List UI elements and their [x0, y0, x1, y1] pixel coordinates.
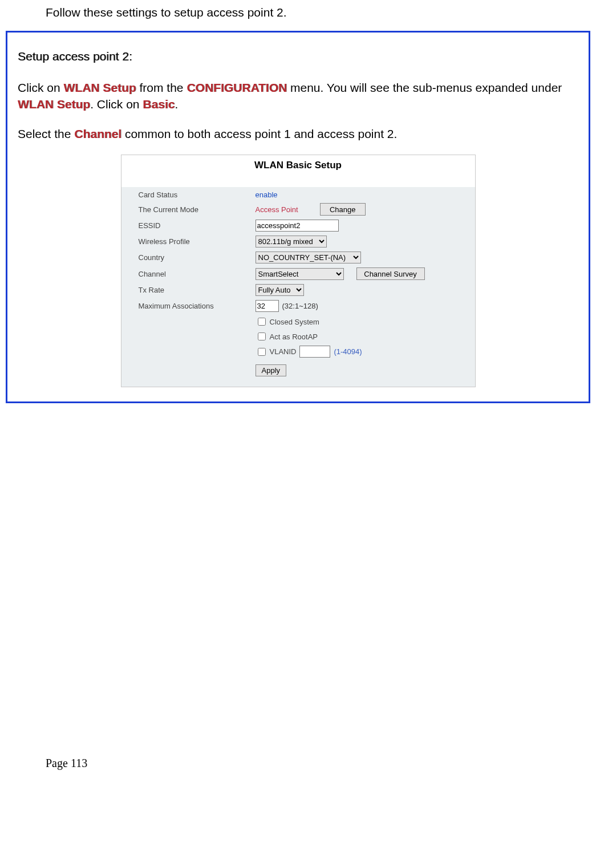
max-assoc-hint: (32:1~128) [282, 302, 318, 310]
channel-select[interactable]: SmartSelect [256, 268, 344, 280]
label-essid: ESSID [139, 221, 256, 230]
row-act-as-rootap: Act as RootAP [256, 331, 464, 342]
tx-rate-select[interactable]: Fully Auto [256, 284, 304, 296]
act-as-rootap-checkbox[interactable] [258, 332, 266, 340]
vlanid-input[interactable] [299, 346, 330, 358]
text-segment: from the [136, 81, 187, 94]
text-segment: . [175, 98, 178, 111]
label-country: Country [139, 253, 256, 262]
section-heading: Setup access point 2: [18, 50, 578, 63]
label-vlanid: VLANID [270, 347, 297, 356]
country-select[interactable]: NO_COUNTRY_SET-(NA) [256, 252, 361, 263]
apply-button[interactable]: Apply [256, 364, 287, 376]
row-closed-system: Closed System [256, 316, 464, 327]
row-country: Country NO_COUNTRY_SET-(NA) [139, 252, 464, 263]
vlanid-hint: (1-4094) [334, 347, 362, 356]
label-closed-system: Closed System [270, 318, 319, 326]
text-segment: Select the [18, 127, 74, 140]
value-card-status: enable [256, 190, 278, 199]
text-segment: common to both access point 1 and access… [121, 127, 397, 140]
wlan-basic-setup-panel: WLAN Basic Setup Card Status enable The … [121, 155, 476, 387]
max-assoc-input[interactable] [256, 300, 279, 312]
text-segment: Click on [18, 81, 64, 94]
row-essid: ESSID [139, 220, 464, 232]
highlight-channel: Channel [74, 127, 121, 140]
row-current-mode: The Current Mode Access Point Change [139, 203, 464, 216]
channel-survey-button[interactable]: Channel Survey [356, 267, 425, 280]
label-channel: Channel [139, 270, 256, 278]
label-max-assoc: Maximum Associations [139, 302, 256, 310]
row-channel: Channel SmartSelect Channel Survey [139, 267, 464, 280]
change-button[interactable]: Change [320, 203, 366, 216]
label-card-status: Card Status [139, 190, 256, 199]
label-current-mode: The Current Mode [139, 205, 256, 214]
highlight-basic: Basic [143, 98, 175, 111]
wireless-profile-select[interactable]: 802.11b/g mixed [256, 236, 327, 248]
label-tx-rate: Tx Rate [139, 286, 256, 294]
panel-title: WLAN Basic Setup [121, 155, 475, 187]
highlight-wlan-setup: WLAN Setup [64, 81, 136, 94]
highlight-configuration: CONFIGURATION [186, 81, 287, 94]
row-card-status: Card Status enable [139, 190, 464, 199]
instruction-paragraph-2: Select the Channel common to both access… [18, 125, 578, 142]
label-act-as-rootap: Act as RootAP [270, 332, 318, 341]
text-segment: . Click on [90, 98, 143, 111]
instruction-box: Setup access point 2: Click on WLAN Setu… [6, 31, 590, 403]
essid-input[interactable] [256, 220, 339, 232]
doc-intro-text: Follow these settings to setup access po… [46, 6, 596, 19]
row-max-assoc: Maximum Associations (32:1~128) [139, 300, 464, 312]
closed-system-checkbox[interactable] [258, 318, 266, 326]
label-wireless-profile: Wireless Profile [139, 237, 256, 246]
page-number: Page 113 [46, 757, 596, 770]
row-apply: Apply [256, 364, 464, 376]
highlight-wlan-setup-2: WLAN Setup [18, 98, 90, 111]
value-current-mode: Access Point [256, 205, 298, 214]
row-vlanid: VLANID (1-4094) [256, 346, 464, 358]
text-segment: menu. You will see the sub-menus expande… [287, 81, 562, 94]
instruction-paragraph-1: Click on WLAN Setup from the CONFIGURATI… [18, 79, 578, 113]
row-tx-rate: Tx Rate Fully Auto [139, 284, 464, 296]
row-wireless-profile: Wireless Profile 802.11b/g mixed [139, 236, 464, 248]
vlanid-checkbox[interactable] [258, 348, 266, 356]
